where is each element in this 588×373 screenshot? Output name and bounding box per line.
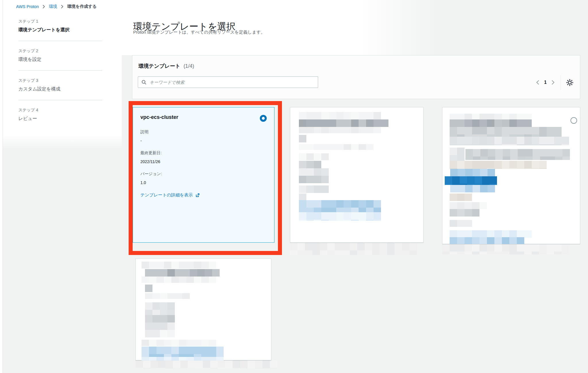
redacted-mosaic (299, 112, 385, 119)
mosaic-cell (460, 176, 467, 184)
mosaic-cell (450, 237, 457, 244)
mosaic-cell (517, 144, 524, 145)
radio-selected-icon[interactable] (260, 115, 267, 122)
mosaic-cell (299, 153, 306, 160)
mosaic-cell (336, 127, 344, 133)
mosaic-cell (450, 202, 457, 209)
mosaic-cell (186, 277, 194, 283)
breadcrumb-aws-proton[interactable]: AWS Proton (16, 4, 39, 9)
mosaic-cell (344, 119, 351, 127)
mosaic-cell (458, 169, 465, 176)
mosaic-cell (142, 262, 149, 268)
mosaic-cell (314, 112, 321, 119)
step-4-title[interactable]: レビュー (18, 116, 102, 122)
step-3-title[interactable]: カスタム設定を構成 (18, 86, 102, 92)
mosaic-cell (487, 137, 494, 144)
mosaic-cell (380, 250, 387, 255)
mosaic-cell (547, 244, 554, 252)
mosaic-cell (171, 262, 179, 268)
mosaic-cell (465, 169, 473, 176)
mosaic-cell (374, 112, 381, 119)
mosaic-cell (336, 200, 344, 208)
mosaic-cell (562, 244, 569, 252)
mosaic-cell (509, 144, 517, 145)
mosaic-cell (164, 277, 171, 283)
mosaic-cell (270, 368, 277, 368)
step-2-title[interactable]: 環境を設定 (18, 57, 102, 63)
mosaic-cell (357, 250, 365, 255)
template-card-vpc-ecs-cluster[interactable]: vpc-ecs-cluster 説明 - 最終更新日: 2022/11/26 バ… (133, 107, 274, 243)
mosaic-cell (145, 322, 152, 330)
mosaic-cell (366, 112, 374, 119)
search-input[interactable] (149, 80, 314, 85)
mosaic-cell (351, 119, 359, 127)
mosaic-cell (488, 149, 495, 156)
mosaic-cell (306, 168, 314, 176)
external-link-icon (195, 193, 200, 198)
mosaic-cell (194, 347, 201, 354)
redacted-mosaic (145, 302, 181, 315)
mosaic-cell (465, 202, 472, 209)
breadcrumb-environments[interactable]: 環境 (49, 4, 57, 9)
mosaic-cell (554, 134, 562, 137)
template-card-title: vpc-ecs-cluster (140, 114, 267, 120)
mosaic-cell (201, 262, 209, 268)
template-card-redacted-4[interactable] (136, 258, 271, 360)
mosaic-cell (225, 368, 233, 368)
mosaic-cell (517, 244, 524, 252)
mosaic-cell (314, 185, 321, 193)
mosaic-cell (465, 220, 472, 227)
mosaic-cell (359, 119, 366, 127)
search-box (138, 76, 318, 88)
mosaic-cell (487, 127, 494, 134)
template-card-redacted-3[interactable] (442, 107, 580, 244)
field-value-description: - (140, 138, 267, 143)
mosaic-cell (472, 137, 479, 144)
mosaic-cell (290, 243, 297, 250)
mosaic-cell (329, 144, 336, 150)
mosaic-cell (554, 144, 562, 145)
redacted-mosaic (299, 168, 335, 176)
mosaic-cell (503, 156, 510, 160)
mosaic-cell (458, 185, 465, 192)
mosaic-cell (247, 360, 255, 368)
mosaic-cell (175, 269, 182, 277)
mosaic-cell (209, 357, 216, 361)
mosaic-cell (450, 144, 457, 145)
field-value-version: 1.0 (140, 180, 267, 185)
mosaic-cell (149, 262, 156, 268)
view-template-details-link[interactable]: テンプレートの詳細を表示 (140, 192, 200, 198)
step-1-label: ステップ 1 (18, 19, 102, 24)
template-card-redacted-2[interactable] (290, 107, 423, 243)
mosaic-cell (366, 144, 374, 150)
pagination-next-button[interactable] (548, 80, 558, 85)
mosaic-cell (233, 368, 240, 368)
mosaic-cell (149, 357, 156, 361)
mosaic-cell (160, 269, 167, 277)
mosaic-cell (387, 250, 394, 255)
mosaic-cell (472, 252, 479, 254)
mosaic-cell (457, 202, 465, 209)
redacted-mosaic (145, 322, 182, 330)
redacted-mosaic (450, 194, 478, 201)
redacted-mosaic (299, 176, 335, 183)
mosaic-cell (402, 243, 409, 250)
redacted-mosaic (142, 277, 217, 283)
mosaic-cell (539, 168, 547, 169)
mosaic-cell (502, 161, 509, 168)
settings-button[interactable] (564, 79, 576, 86)
mosaic-cell (450, 194, 457, 201)
page-canvas: AWS Proton 環境 環境を作成する ステップ 1 環境テンプレートを選択… (0, 0, 588, 373)
mosaic-cell (149, 354, 156, 357)
mosaic-cell (160, 293, 167, 299)
mosaic-cell (487, 237, 494, 244)
mosaic-cell (320, 250, 327, 255)
mosaic-cell (312, 243, 320, 250)
radio-unselected-icon[interactable] (570, 117, 577, 124)
mosaic-cell (167, 302, 175, 310)
mosaic-cell (517, 114, 524, 119)
pagination-prev-button[interactable] (533, 80, 542, 85)
mosaic-cell (136, 360, 143, 368)
mosaic-cell (149, 277, 156, 283)
mosaic-cell (532, 168, 539, 169)
